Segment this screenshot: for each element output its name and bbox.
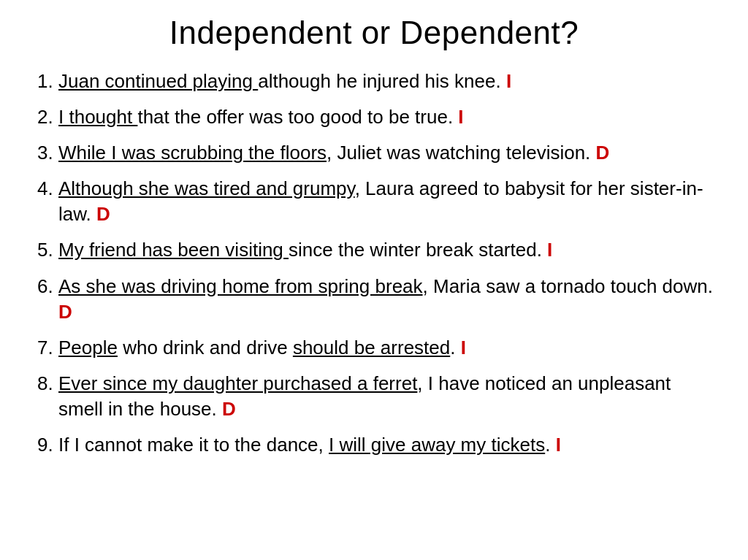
list-item: People who drink and drive should be arr… [58, 335, 719, 361]
list-item: While I was scrubbing the floors, Juliet… [58, 140, 719, 166]
answer-badge: D [590, 142, 609, 164]
list-item: Juan continued playing although he injur… [58, 69, 719, 94]
answer-badge: I [506, 70, 511, 92]
page-title: Independent or Dependent? [29, 15, 719, 51]
answer-badge: D [58, 301, 72, 323]
list-item: My friend has been visiting since the wi… [58, 237, 719, 263]
answer-badge: D [217, 398, 236, 420]
questions-list: Juan continued playing although he injur… [29, 69, 719, 458]
list-item: I thought that the offer was too good to… [58, 104, 719, 130]
answer-badge: I [542, 239, 552, 261]
answer-badge: I [455, 337, 465, 358]
answer-badge: I [550, 434, 560, 456]
answer-badge: I [453, 106, 463, 128]
answer-badge: D [91, 203, 110, 225]
list-item: Although she was tired and grumpy, Laura… [58, 176, 719, 227]
list-item: If I cannot make it to the dance, I will… [58, 432, 719, 458]
list-item: As she was driving home from spring brea… [58, 274, 719, 325]
list-item: Ever since my daughter purchased a ferre… [58, 371, 719, 422]
